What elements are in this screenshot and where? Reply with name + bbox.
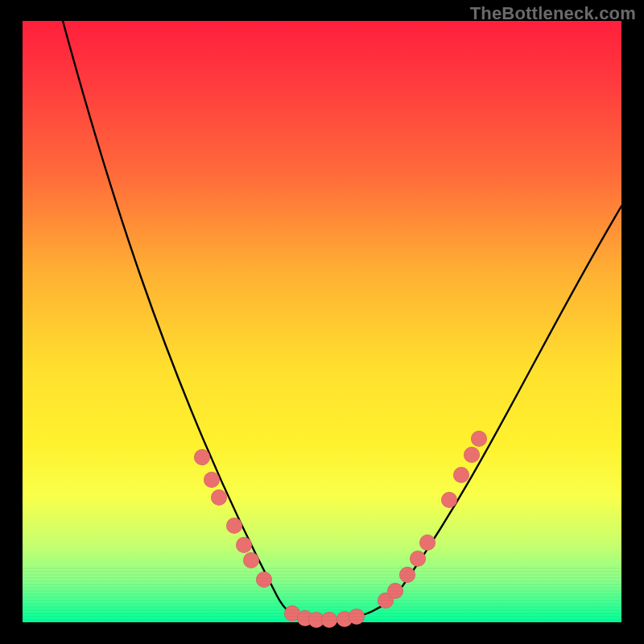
curve-left [63, 21, 308, 618]
data-marker [211, 489, 227, 506]
data-marker [464, 447, 480, 463]
data-marker [243, 552, 259, 568]
data-marker [387, 583, 403, 599]
data-marker [410, 551, 426, 567]
data-marker [321, 612, 337, 628]
data-marker [226, 518, 242, 534]
data-marker [453, 467, 469, 483]
data-marker [471, 431, 487, 447]
curve-right [341, 206, 621, 618]
plot-area [23, 21, 621, 622]
data-marker [194, 449, 210, 465]
data-marker [349, 609, 365, 625]
data-marker [236, 537, 252, 553]
data-marker [419, 535, 436, 551]
curve-svg [23, 21, 621, 622]
chart-container: TheBottleneck.com [0, 0, 644, 644]
data-marker [204, 472, 220, 488]
data-marker [256, 572, 272, 588]
data-marker [441, 492, 457, 508]
data-marker [399, 567, 415, 583]
